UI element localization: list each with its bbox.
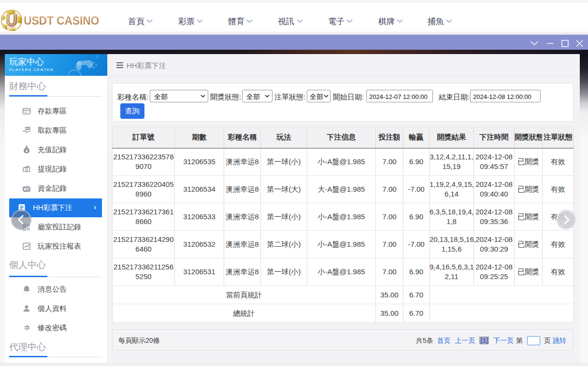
svg-text:casino: casino: [7, 26, 16, 29]
